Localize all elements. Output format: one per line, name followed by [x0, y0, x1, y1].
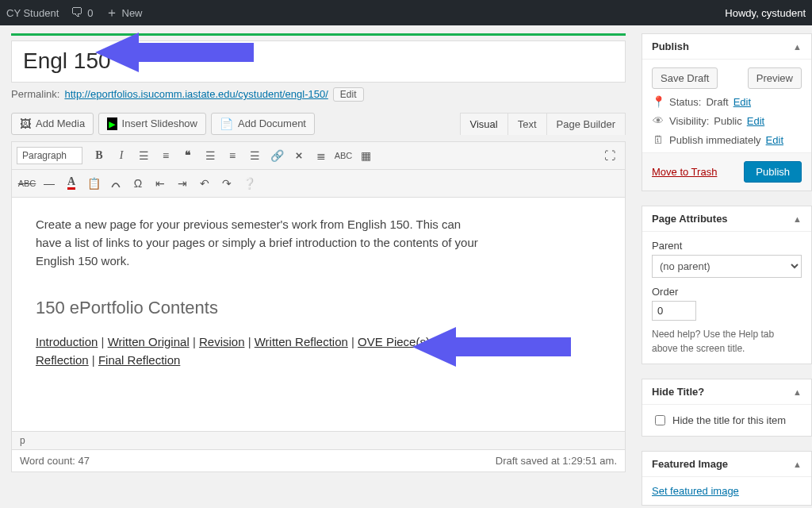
page-attributes-panel: Page Attributes ▲ Parent (no parent) Ord…	[642, 206, 812, 364]
move-to-trash-link[interactable]: Move to Trash	[652, 166, 717, 178]
help-button[interactable]: ❔	[239, 173, 259, 194]
italic-button[interactable]: I	[111, 145, 132, 166]
editor-container: Paragraph B I ☰ ≡ ❝ ☰ ≡ ☰ 🔗 ≣ ABC ▦ ⛶ A	[11, 141, 626, 472]
page-title-input[interactable]	[11, 40, 626, 83]
strikethrough-button[interactable]: ABC	[17, 173, 37, 194]
clear-format-button[interactable]	[105, 173, 126, 194]
save-draft-button[interactable]: Save Draft	[652, 67, 718, 89]
align-left-button[interactable]: ☰	[200, 145, 220, 166]
contents-links: Introduction | Written Original | Revisi…	[36, 333, 480, 370]
parent-select[interactable]: (no parent)	[652, 255, 802, 278]
publish-panel-header[interactable]: Publish ▲	[642, 34, 811, 60]
format-select[interactable]: Paragraph	[17, 147, 82, 164]
editor-path: p	[12, 431, 625, 449]
site-title-fragment: CY Student	[6, 7, 59, 19]
comments-count: 0	[87, 7, 93, 19]
hide-title-checkbox-row[interactable]: Hide the title for this item	[652, 413, 802, 428]
publish-button[interactable]: Publish	[744, 161, 802, 183]
adminbar-new[interactable]: ＋ New	[105, 6, 143, 19]
status-edit-link[interactable]: Edit	[733, 96, 751, 108]
special-char-button[interactable]: Ω	[128, 173, 148, 194]
redo-button[interactable]: ↷	[216, 173, 237, 194]
content-link[interactable]: Written Reflection	[255, 335, 348, 348]
visibility-edit-link[interactable]: Edit	[747, 115, 764, 127]
unlink-button[interactable]	[289, 145, 309, 166]
word-count: Word count: 47	[20, 455, 90, 467]
media-icon: 🖼	[20, 117, 31, 130]
editor-footer: Word count: 47 Draft saved at 1:29:51 am…	[12, 449, 625, 471]
draft-saved-text: Draft saved at 1:29:51 am.	[496, 455, 617, 467]
align-center-button[interactable]: ≡	[222, 145, 243, 166]
tab-text[interactable]: Text	[508, 114, 546, 135]
hide-title-panel: Hide Title? ▲ Hide the title for this it…	[642, 379, 812, 437]
collapse-icon: ▲	[793, 387, 802, 397]
indent-button[interactable]: ⇥	[172, 173, 193, 194]
collapse-icon: ▲	[793, 42, 802, 52]
comment-icon: 🗨	[70, 6, 84, 19]
slideshow-icon: ▶	[107, 117, 117, 130]
add-document-button[interactable]: 📄 Add Document	[211, 113, 315, 135]
undo-button[interactable]: ↶	[194, 173, 215, 194]
align-right-button[interactable]: ☰	[244, 145, 265, 166]
bullet-list-button[interactable]: ☰	[133, 145, 154, 166]
toolbar-toggle-button[interactable]: ▦	[355, 145, 376, 166]
toolbar-row-1: Paragraph B I ☰ ≡ ❝ ☰ ≡ ☰ 🔗 ≣ ABC ▦ ⛶	[12, 142, 625, 170]
add-media-button[interactable]: 🖼 Add Media	[11, 113, 94, 135]
link-button[interactable]: 🔗	[266, 145, 287, 166]
outdent-button[interactable]: ⇤	[150, 173, 170, 194]
bold-button[interactable]: B	[89, 145, 109, 166]
intro-paragraph: Create a new page for your previous seme…	[36, 215, 480, 271]
content-link[interactable]: Revision	[199, 335, 245, 348]
schedule-edit-link[interactable]: Edit	[766, 134, 783, 146]
insert-slideshow-button[interactable]: ▶ Insert Slideshow	[98, 113, 206, 135]
permalink-label: Permalink:	[11, 88, 59, 100]
admin-bar: CY Student 🗨 0 ＋ New Howdy, cystudent	[0, 0, 812, 25]
adminbar-site[interactable]: CY Student	[6, 7, 59, 19]
featured-image-header[interactable]: Featured Image ▲	[642, 452, 811, 477]
top-accent-bar	[11, 33, 626, 36]
tab-page-builder[interactable]: Page Builder	[546, 114, 625, 135]
editor-body[interactable]: Create a new page for your previous seme…	[12, 198, 625, 431]
calendar-icon: 🗓	[652, 133, 665, 146]
content-link[interactable]: Final Reflection	[98, 353, 180, 367]
document-icon: 📄	[220, 117, 233, 130]
content-link[interactable]: Written Original	[108, 335, 190, 348]
adminbar-comments[interactable]: 🗨 0	[70, 6, 93, 19]
collapse-icon: ▲	[793, 214, 802, 224]
publish-panel: Publish ▲ Save Draft Preview 📍 Status: D…	[642, 33, 812, 191]
numbered-list-button[interactable]: ≡	[155, 145, 176, 166]
permalink-edit-button[interactable]: Edit	[333, 87, 364, 102]
collapse-icon: ▲	[793, 460, 802, 469]
distraction-free-button[interactable]: ⛶	[599, 145, 620, 166]
set-featured-image-link[interactable]: Set featured image	[652, 485, 739, 497]
editor-mode-tabs: Visual Text Page Builder	[460, 113, 626, 135]
hide-title-header[interactable]: Hide Title? ▲	[642, 379, 811, 405]
blockquote-button[interactable]: ❝	[178, 145, 198, 166]
paste-text-button[interactable]: 📋	[83, 173, 104, 194]
parent-label: Parent	[652, 240, 802, 252]
eye-icon: 👁	[652, 114, 665, 127]
order-label: Order	[652, 286, 802, 298]
content-link[interactable]: Introduction	[36, 335, 98, 348]
plus-icon: ＋	[105, 6, 119, 19]
permalink-row: Permalink: http://eportfolios.isucomm.ia…	[11, 87, 626, 102]
adminbar-howdy[interactable]: Howdy, cystudent	[725, 7, 806, 19]
text-color-button[interactable]: A	[61, 173, 82, 194]
hr-button[interactable]: —	[39, 173, 59, 194]
tab-visual[interactable]: Visual	[461, 114, 508, 135]
page-attributes-help: Need help? Use the Help tab above the sc…	[652, 327, 802, 356]
spellcheck-button[interactable]: ABC	[333, 145, 354, 166]
hide-title-checkbox[interactable]	[655, 415, 665, 425]
permalink-url[interactable]: http://eportfolios.isucomm.iastate.edu/c…	[64, 88, 327, 100]
preview-button[interactable]: Preview	[748, 67, 802, 89]
pin-icon: 📍	[652, 95, 665, 108]
toolbar-row-2: ABC — A 📋 Ω ⇤ ⇥ ↶ ↷ ❔	[12, 170, 625, 198]
read-more-button[interactable]: ≣	[311, 145, 331, 166]
contents-heading: 150 ePortfolio Contents	[36, 294, 601, 321]
page-attributes-header[interactable]: Page Attributes ▲	[642, 206, 811, 232]
new-label: New	[122, 7, 143, 19]
content-link[interactable]: OVE Piece(s)	[358, 335, 430, 348]
order-input[interactable]	[652, 301, 696, 321]
featured-image-panel: Featured Image ▲ Set featured image	[642, 451, 812, 506]
